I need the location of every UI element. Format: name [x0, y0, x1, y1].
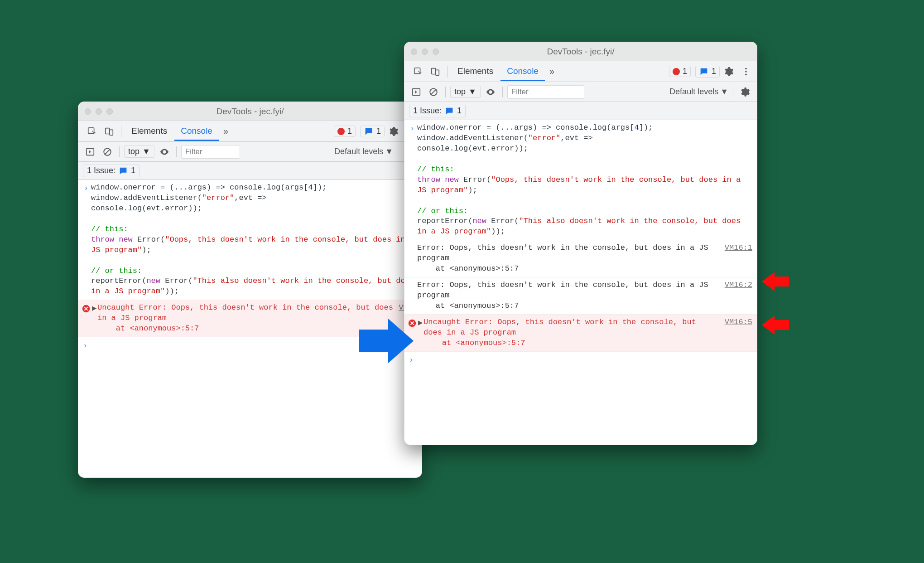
issues-label: 1 Issue:	[413, 106, 442, 116]
console-log-row[interactable]: Error: Oops, this doesn't work in the co…	[404, 277, 757, 315]
input-chevron-icon: ›	[81, 183, 91, 194]
console-input-code: window.onerror = (...args) => console.lo…	[417, 123, 752, 237]
devtools-window-right: DevTools - jec.fyi/ Elements Console » 1	[404, 42, 757, 445]
log-levels-selector[interactable]: Default levels ▼	[334, 147, 393, 156]
tab-strip: Elements Console » 1 1	[78, 121, 422, 142]
info-chat-icon	[444, 106, 454, 116]
svg-line-18	[431, 89, 436, 95]
console-log-row[interactable]: Error: Oops, this doesn't work in the co…	[404, 240, 757, 277]
info-badge[interactable]: 1	[360, 126, 385, 137]
kebab-menu-icon[interactable]	[738, 63, 754, 80]
minimize-icon[interactable]	[96, 108, 102, 115]
minimize-icon[interactable]	[422, 49, 428, 55]
svg-rect-2	[110, 130, 113, 135]
devtools-window-left: DevTools - jec.fyi/ Elements Console » 1	[78, 102, 422, 478]
console-messages: › window.onerror = (...args) => console.…	[78, 180, 422, 355]
issues-chip[interactable]: 1 Issue: 1	[83, 165, 140, 177]
error-text: Uncaught Error: Oops, this doesn't work …	[424, 317, 719, 349]
svg-rect-10	[414, 68, 420, 73]
toggle-sidebar-icon[interactable]	[83, 145, 97, 159]
log-text: Error: Oops, this doesn't work in the co…	[417, 280, 719, 311]
info-count: 1	[712, 67, 716, 76]
input-chevron-icon: ›	[407, 123, 417, 134]
errors-badge[interactable]: 1	[669, 66, 691, 77]
clear-console-icon[interactable]	[426, 85, 441, 99]
tab-console[interactable]: Console	[174, 121, 219, 141]
more-tabs-icon[interactable]: »	[546, 64, 558, 78]
console-settings-gear-icon[interactable]	[738, 85, 752, 99]
errors-badge[interactable]: 1	[334, 126, 356, 137]
svg-rect-12	[436, 70, 439, 75]
context-label: top	[454, 87, 466, 97]
log-levels-selector[interactable]: Default levels ▼	[669, 87, 728, 97]
inspect-element-icon[interactable]	[410, 63, 426, 80]
divider	[447, 66, 448, 78]
chevron-down-icon: ▼	[720, 87, 728, 97]
settings-gear-icon[interactable]	[385, 123, 402, 140]
error-dot-icon	[673, 68, 680, 75]
info-chat-icon	[364, 126, 374, 136]
console-input-row[interactable]: › window.onerror = (...args) => console.…	[78, 180, 422, 300]
context-label: top	[128, 147, 140, 156]
svg-rect-0	[88, 127, 94, 133]
context-selector[interactable]: top ▼	[450, 86, 481, 98]
issues-bar: 1 Issue: 1	[78, 162, 422, 180]
levels-label: Default levels	[669, 87, 718, 97]
inspect-element-icon[interactable]	[84, 123, 100, 140]
info-badge[interactable]: 1	[695, 66, 720, 78]
titlebar: DevTools - jec.fyi/	[404, 42, 757, 61]
window-title: DevTools - jec.fyi/	[547, 47, 615, 57]
device-toggle-icon[interactable]	[101, 123, 117, 140]
issues-bar: 1 Issue: 1	[404, 102, 757, 120]
info-count: 1	[376, 126, 381, 136]
console-toolbar: top ▼ Default levels ▼	[404, 82, 757, 102]
tab-elements[interactable]: Elements	[125, 121, 173, 141]
console-prompt[interactable]: ›	[404, 352, 757, 369]
log-gutter	[407, 243, 417, 244]
filter-input[interactable]	[181, 145, 240, 159]
issues-count: 1	[457, 106, 462, 116]
svg-point-14	[745, 71, 747, 73]
source-link[interactable]: VM16:2	[725, 280, 752, 291]
tab-console[interactable]: Console	[500, 62, 545, 81]
expand-triangle-icon[interactable]: ▶	[91, 303, 97, 314]
close-icon[interactable]	[85, 108, 91, 115]
canvas: DevTools - jec.fyi/ Elements Console » 1	[0, 0, 924, 563]
issues-chip[interactable]: 1 Issue: 1	[409, 105, 466, 117]
errors-count: 1	[683, 67, 687, 76]
live-expression-icon[interactable]	[157, 145, 172, 159]
settings-gear-icon[interactable]	[721, 63, 737, 80]
expand-triangle-icon[interactable]: ▶	[417, 317, 424, 329]
console-messages: › window.onerror = (...args) => console.…	[404, 120, 757, 369]
traffic-lights[interactable]	[85, 108, 113, 115]
svg-point-13	[745, 68, 747, 69]
source-link[interactable]: VM16:1	[725, 243, 752, 253]
filter-input[interactable]	[507, 85, 584, 99]
live-expression-icon[interactable]	[483, 85, 498, 99]
zoom-icon[interactable]	[433, 49, 439, 55]
issues-count: 1	[131, 166, 135, 175]
traffic-lights[interactable]	[411, 49, 439, 55]
info-chat-icon	[699, 67, 709, 77]
chevron-down-icon: ▼	[468, 87, 476, 97]
zoom-icon[interactable]	[106, 108, 113, 115]
log-gutter	[407, 280, 417, 281]
svg-point-15	[745, 73, 747, 75]
info-chat-icon	[118, 166, 128, 176]
more-tabs-icon[interactable]: »	[220, 124, 232, 138]
console-error-row[interactable]: ▶ Uncaught Error: Oops, this doesn't wor…	[404, 315, 757, 352]
close-icon[interactable]	[411, 49, 417, 55]
svg-line-8	[105, 149, 110, 155]
titlebar: DevTools - jec.fyi/	[78, 102, 422, 121]
tab-elements[interactable]: Elements	[451, 62, 500, 81]
toggle-sidebar-icon[interactable]	[409, 85, 424, 99]
error-dot-icon	[337, 128, 345, 135]
source-link[interactable]: VM16:5	[725, 317, 752, 328]
console-input-row[interactable]: › window.onerror = (...args) => console.…	[404, 120, 757, 240]
device-toggle-icon[interactable]	[427, 63, 443, 80]
console-input-code: window.onerror = (...args) => console.lo…	[91, 183, 417, 297]
levels-label: Default levels	[334, 147, 383, 156]
divider	[121, 126, 121, 137]
context-selector[interactable]: top ▼	[124, 146, 154, 158]
clear-console-icon[interactable]	[100, 145, 115, 159]
